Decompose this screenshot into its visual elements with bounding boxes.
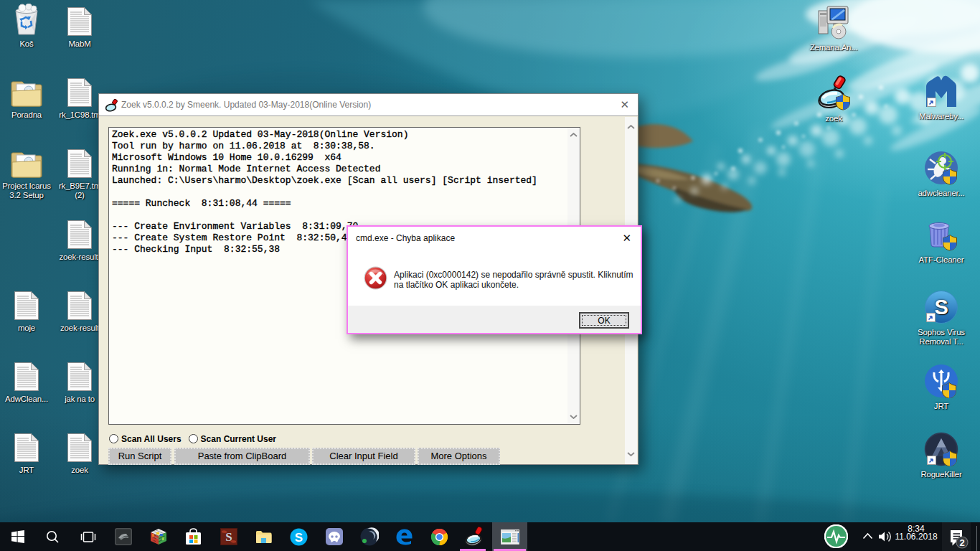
svg-text:S: S (295, 531, 303, 545)
svg-text:S: S (934, 296, 948, 319)
svg-text:2: 2 (959, 537, 964, 548)
svg-text:S: S (225, 530, 232, 544)
